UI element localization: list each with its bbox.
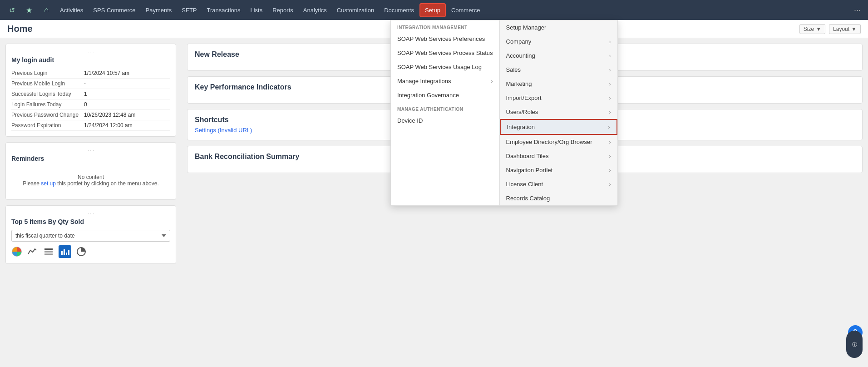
info-icon: ⓘ [852,341,857,348]
layout-button[interactable]: Layout ▼ [829,24,861,34]
audit-row-login-failures: Login Failures Today 0 [11,99,170,110]
import-export-chevron-icon: › [609,95,611,101]
reminders-title: Reminders [11,155,170,162]
login-audit-title: My login audit [11,56,170,64]
manage-auth-header: MANAGE AUTHENTICATION [391,102,499,114]
table-chart-icon[interactable] [42,245,55,258]
audit-label-successful-logins: Successful Logins Today [11,91,84,97]
audit-label-login-failures: Login Failures Today [11,101,84,108]
accounting-item[interactable]: Accounting › [500,49,617,63]
svg-rect-3 [44,253,53,253]
page-title: Home [7,24,33,34]
svg-rect-8 [68,250,69,255]
soap-web-services-usage-log-item[interactable]: SOAP Web Services Usage Log [391,60,499,74]
nav-activities[interactable]: Activities [55,4,88,16]
svg-rect-7 [66,253,67,255]
top5-portlet: · · · Top 5 Items By Qty Sold this fisca… [5,205,176,264]
nav-customization[interactable]: Customization [332,4,379,16]
home-icon[interactable]: ⌂ [38,2,54,18]
audit-value-previous-login: 1/1/2024 10:57 am [84,70,129,76]
refresh-icon[interactable]: ↺ [4,2,20,18]
nav-payments[interactable]: Payments [141,4,177,16]
login-audit-rows: Previous Login 1/1/2024 10:57 am Previou… [11,68,170,131]
audit-value-successful-logins: 1 [84,91,87,97]
company-chevron-icon: › [609,39,611,45]
marketing-label: Marketing [506,80,532,87]
integration-governance-item[interactable]: Integration Governance [391,88,499,102]
svg-rect-1 [44,248,53,250]
nav-commerce[interactable]: Commerce [447,4,485,16]
audit-label-previous-login: Previous Login [11,70,84,76]
line-chart-icon[interactable] [26,245,39,258]
integration-management-panel: INTEGRATION MANAGEMENT SOAP Web Services… [390,20,500,206]
nav-setup[interactable]: Setup [419,3,446,17]
license-client-item[interactable]: License Client › [500,177,617,191]
nav-reports[interactable]: Reports [268,4,298,16]
integration-item[interactable]: Integration › [500,119,617,135]
nav-sftp[interactable]: SFTP [177,4,201,16]
records-catalog-item[interactable]: Records Catalog [500,191,617,205]
favorites-icon[interactable]: ★ [21,2,37,18]
import-export-item[interactable]: Import/Export › [500,91,617,105]
info-button[interactable]: ⓘ [846,331,863,358]
reminders-portlet: · · · Reminders No content Please set up… [5,142,176,200]
audit-row-previous-login: Previous Login 1/1/2024 10:57 am [11,68,170,79]
audit-label-password-change: Previous Password Change [11,112,84,118]
size-button[interactable]: Size ▼ [799,24,825,34]
audit-label-password-expiration: Password Expiration [11,122,84,129]
employee-directory-item[interactable]: Employee Directory/Org Browser › [500,135,617,149]
left-column: · · · My login audit Previous Login 1/1/… [0,38,182,367]
setup-manager-label: Setup Manager [506,24,547,31]
drag-handle[interactable]: · · · [11,50,170,55]
sales-chevron-icon: › [609,67,611,73]
audit-value-login-failures: 0 [84,101,87,108]
audit-value-mobile-login: - [84,80,86,87]
pie-chart-icon[interactable] [75,245,88,258]
top5-drag-handle[interactable]: · · · [11,211,170,216]
users-roles-item[interactable]: Users/Roles › [500,105,617,119]
accounting-chevron-icon: › [609,53,611,59]
bar-chart-icon[interactable] [59,245,71,258]
audit-value-password-expiration: 1/24/2024 12:00 am [84,122,133,129]
soap-web-services-process-status-item[interactable]: SOAP Web Services Process Status [391,46,499,60]
audit-row-successful-logins: Successful Logins Today 1 [11,89,170,99]
size-chevron-icon: ▼ [816,26,821,32]
soap-web-services-process-status-label: SOAP Web Services Process Status [397,50,493,56]
reminders-drag-handle[interactable]: · · · [11,148,170,153]
nav-more-icon[interactable]: ··· [850,4,864,17]
top5-title: Top 5 Items By Qty Sold [11,218,170,225]
soap-web-services-preferences-item[interactable]: SOAP Web Services Preferences [391,32,499,46]
shortcuts-link[interactable]: Settings (Invalid URL) [195,127,252,134]
marketing-item[interactable]: Marketing › [500,77,617,91]
device-id-item[interactable]: Device ID [391,114,499,128]
setup-manager-item[interactable]: Setup Manager [500,20,617,35]
colorwheel-icon [11,246,22,257]
size-label: Size [804,26,814,32]
dashboard-tiles-item[interactable]: Dashboard Tiles › [500,149,617,163]
nav-documents[interactable]: Documents [380,4,419,16]
reminders-setup-link[interactable]: set up [41,180,56,187]
navigation-portlet-item[interactable]: Navigation Portlet › [500,163,617,177]
records-catalog-label: Records Catalog [506,195,550,202]
integration-label: Integration [507,124,535,130]
nav-analytics[interactable]: Analytics [299,4,331,16]
nav-sps-commerce[interactable]: SPS Commerce [89,4,140,16]
nav-transactions[interactable]: Transactions [202,4,245,16]
chart-type-icons [11,245,170,258]
import-export-label: Import/Export [506,94,542,101]
dashboard-tiles-label: Dashboard Tiles [506,153,549,159]
login-audit-portlet: · · · My login audit Previous Login 1/1/… [5,44,176,137]
reminders-no-content: No content [11,174,170,180]
manage-integrations-item[interactable]: Manage Integrations › [391,74,499,88]
sales-item[interactable]: Sales › [500,63,617,77]
license-client-chevron-icon: › [609,181,611,188]
top5-period-select[interactable]: this fiscal quarter to date this month t… [11,230,170,242]
company-item[interactable]: Company › [500,35,617,49]
nav-lists[interactable]: Lists [246,4,267,16]
users-roles-chevron-icon: › [609,109,611,115]
integration-chevron-icon: › [608,124,610,130]
soap-web-services-usage-log-label: SOAP Web Services Usage Log [397,64,482,70]
setup-items-panel: Setup Manager Company › Accounting › Sal… [500,20,618,206]
soap-web-services-preferences-label: SOAP Web Services Preferences [397,35,485,42]
setup-dropdown: INTEGRATION MANAGEMENT SOAP Web Services… [390,20,618,206]
